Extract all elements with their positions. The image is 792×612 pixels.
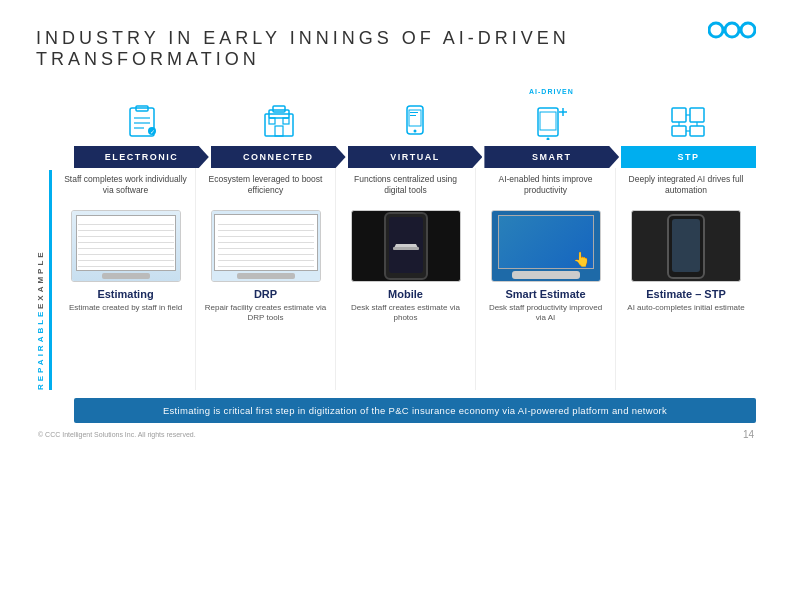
svg-rect-15 <box>275 126 283 136</box>
col-stp-desc: Deeply integrated AI drives full automat… <box>624 174 748 204</box>
footer-page-number: 14 <box>743 429 754 440</box>
header-bar: ELECTRONIC CONNECTED VIRTUAL SMART STP <box>74 146 756 168</box>
virtual-icon-cell <box>347 88 483 140</box>
col-estimating-title: Estimating <box>97 288 153 300</box>
screen-stp <box>667 214 705 279</box>
svg-rect-13 <box>269 118 275 124</box>
col-smart-desc: AI-enabled hints improve productivity <box>484 174 607 204</box>
svg-point-1 <box>725 23 739 37</box>
side-label: REPAIRABLE EXAMPLE <box>36 170 52 390</box>
side-label-container: REPAIRABLE EXAMPLE <box>36 168 56 390</box>
svg-point-18 <box>414 130 417 133</box>
svg-text:✓: ✓ <box>150 129 155 135</box>
svg-rect-12 <box>273 106 285 112</box>
col-stp-title: Estimate – STP <box>646 288 725 300</box>
header-connected: CONNECTED <box>211 146 346 168</box>
bottom-banner: Estimating is critical first step in dig… <box>74 398 756 423</box>
header-electronic: ELECTRONIC <box>74 146 209 168</box>
ai-driven-label: AI-DRIVEN <box>529 88 574 95</box>
screen-drp <box>212 211 320 281</box>
col-estimating: Staff completes work individually via so… <box>56 168 196 390</box>
svg-rect-20 <box>410 115 416 116</box>
col-mobile-title: Mobile <box>388 288 423 300</box>
smart-icon-cell: AI-DRIVEN <box>483 88 619 140</box>
screen-mobile <box>384 212 428 280</box>
svg-point-2 <box>741 23 755 37</box>
col-estimating-desc: Staff completes work individually via so… <box>64 174 187 204</box>
building-icon <box>261 104 297 140</box>
columns-container: Staff completes work individually via so… <box>56 168 756 390</box>
screen-est <box>72 211 180 281</box>
col-stp: Deeply integrated AI drives full automat… <box>616 168 756 390</box>
col-stp-subtitle: AI auto-completes initial estimate <box>627 303 744 313</box>
col-mobile-subtitle: Desk staff creates estimate via photos <box>344 303 467 324</box>
clipboard-icon: ✓ <box>124 104 160 140</box>
content-area: REPAIRABLE EXAMPLE Staff completes work … <box>36 168 756 390</box>
table-lines-drp <box>218 219 314 267</box>
table-lines-est <box>78 219 174 267</box>
phone-icon <box>397 104 433 140</box>
col-drp-subtitle: Repair facility creates estimate via DRP… <box>204 303 327 324</box>
col-drp: Ecosystem leveraged to boost efficiency … <box>196 168 336 390</box>
tablet-plus-icon <box>533 104 569 140</box>
col-smart: AI-enabled hints improve productivity 👆 … <box>476 168 616 390</box>
svg-point-23 <box>547 138 550 141</box>
col-drp-image <box>211 210 321 282</box>
screen-smart: 👆 <box>492 211 600 281</box>
col-mobile-desc: Functions centralized using digital tool… <box>344 174 467 204</box>
header-smart: SMART <box>484 146 619 168</box>
footer: © CCC Intelligent Solutions Inc. All rig… <box>36 429 756 440</box>
car-svg <box>391 240 421 252</box>
footer-copyright: © CCC Intelligent Solutions Inc. All rig… <box>38 431 196 438</box>
svg-rect-14 <box>283 118 289 124</box>
svg-rect-19 <box>410 112 418 113</box>
svg-rect-29 <box>690 126 704 136</box>
col-stp-image <box>631 210 741 282</box>
circuit-icon <box>670 104 706 140</box>
slide: INDUSTRY IN EARLY INNINGS OF AI-DRIVEN T… <box>0 0 792 612</box>
svg-rect-27 <box>690 108 704 122</box>
stp-icon-cell <box>620 88 756 140</box>
col-mobile-image <box>351 210 461 282</box>
electronic-icon-cell: ✓ <box>74 88 210 140</box>
col-estimating-subtitle: Estimate created by staff in field <box>69 303 182 313</box>
col-drp-desc: Ecosystem leveraged to boost efficiency <box>204 174 327 204</box>
col-smart-subtitle: Desk staff productivity improved via AI <box>484 303 607 324</box>
svg-rect-34 <box>393 247 419 250</box>
svg-point-0 <box>709 23 723 37</box>
col-mobile: Functions centralized using digital tool… <box>336 168 476 390</box>
col-smart-image: 👆 <box>491 210 601 282</box>
connected-icon-cell <box>210 88 346 140</box>
ccc-logo <box>708 18 756 42</box>
col-smart-title: Smart Estimate <box>505 288 585 300</box>
svg-rect-22 <box>540 112 556 130</box>
col-estimating-image <box>71 210 181 282</box>
hand-icon: 👆 <box>573 251 590 267</box>
col-drp-title: DRP <box>254 288 277 300</box>
svg-rect-28 <box>672 126 686 136</box>
header-stp: STP <box>621 146 756 168</box>
page-title: INDUSTRY IN EARLY INNINGS OF AI-DRIVEN T… <box>36 28 756 70</box>
header-virtual: VIRTUAL <box>348 146 483 168</box>
svg-rect-26 <box>672 108 686 122</box>
icons-row: ✓ AI-DRIVEN <box>74 88 756 140</box>
